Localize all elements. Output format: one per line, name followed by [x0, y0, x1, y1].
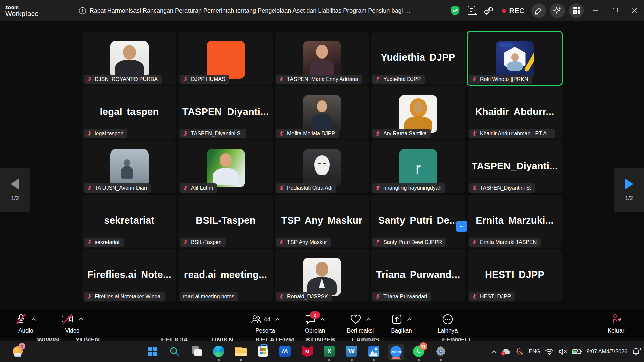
participant-name: Triana Purwandari — [383, 294, 427, 300]
security-shield-icon[interactable] — [447, 3, 464, 18]
participants-caret[interactable] — [275, 318, 280, 321]
participant-name: DJPP HUMAS — [191, 76, 225, 82]
participant-tile[interactable]: HESTI DJPPHESTI DJPP — [468, 249, 562, 302]
participant-tile[interactable]: sekretariatsekretariat — [82, 195, 176, 248]
tray-overflow-caret[interactable] — [491, 350, 497, 354]
gallery-prev-page-button[interactable]: 1/2 — [0, 168, 30, 212]
muted-mic-icon — [87, 130, 92, 137]
video-options-caret[interactable] — [78, 318, 84, 321]
participant-display-name: BSIL-Taspen — [180, 215, 271, 226]
participant-name: Fireflies.ai Notetaker Winda — [95, 294, 161, 300]
participant-name: DJSN_ROYANTO PURBA — [95, 76, 158, 82]
minimize-button[interactable] — [586, 0, 605, 21]
settings-icon[interactable] — [433, 344, 448, 359]
share-caret[interactable] — [407, 318, 412, 321]
video-gallery: DJSN_ROYANTO PURBADJPP HUMASTASPEN_Maria… — [0, 21, 644, 341]
participant-tile[interactable]: Melita Meliala DJPP — [275, 86, 369, 139]
tile-more-options-button[interactable]: ... — [456, 221, 467, 232]
system-tray: × ENG 9:07 AM 4/7/2026 z — [491, 341, 644, 362]
participant-tile[interactable]: Santy Putri De...Santy Putri Dewi DJPPR — [371, 195, 465, 248]
participant-name-pill: sekretariat — [84, 238, 124, 247]
participant-name: Ernita Marzuki TASPEN — [480, 239, 537, 245]
reactions-caret[interactable] — [366, 318, 371, 321]
audio-button[interactable]: Audio — [15, 312, 36, 334]
participant-display-name: Ernita Marzuki... — [470, 215, 560, 226]
widgets-badge: 1 — [19, 343, 25, 350]
word-icon[interactable]: W — [344, 344, 359, 359]
participant-name-pill: Santy Putri Dewi DJPPR — [372, 238, 446, 247]
participant-tile[interactable]: rrinangling hayuningdyah — [371, 140, 465, 193]
language-indicator[interactable]: ENG — [529, 349, 540, 355]
participant-tile[interactable]: Ary Ratna Santika — [371, 86, 465, 139]
participant-tile[interactable]: DJSN_ROYANTO PURBA — [82, 32, 176, 85]
chat-caret[interactable] — [320, 318, 325, 321]
participant-tile[interactable]: Ronald_DJSPSK — [275, 249, 369, 302]
participant-tile[interactable]: BSIL-TaspenBSIL-Taspen — [178, 195, 273, 248]
excel-logo: X — [324, 346, 335, 357]
whatsapp-icon[interactable]: 11 — [411, 344, 426, 359]
participant-tile[interactable]: TASPEN_Diyanti...TASPEN_Diyantini S. — [468, 140, 562, 193]
recording-indicator[interactable]: REC — [502, 7, 525, 15]
search-button[interactable] — [167, 344, 182, 359]
edge-icon — [213, 346, 224, 357]
meeting-title: Rapat Harmonisasi Rancangan Peraturan Pe… — [90, 7, 411, 14]
audio-options-caret[interactable] — [31, 318, 36, 321]
photos-logo — [368, 346, 379, 357]
annotate-button[interactable] — [531, 3, 546, 18]
participant-tile[interactable]: TA DJSN_Averin Dian — [82, 140, 176, 193]
participant-tile[interactable]: Ernita Marzuki...Ernita Marzuki TASPEN — [468, 195, 562, 248]
leave-button[interactable]: Keluar — [608, 312, 624, 334]
participant-tile[interactable]: DJPP HUMAS — [178, 32, 273, 85]
transcript-icon[interactable] — [464, 3, 480, 18]
participant-tile[interactable]: Roki Winoto ||PRKN — [467, 31, 563, 86]
muted-mic-icon — [87, 76, 92, 82]
file-explorer-icon[interactable] — [233, 344, 249, 359]
close-button[interactable] — [625, 0, 644, 21]
onedrive-error-icon[interactable]: × — [502, 349, 511, 355]
zoom-app-icon-active[interactable]: zoom — [388, 344, 404, 360]
info-icon[interactable] — [79, 7, 86, 14]
participant-tile[interactable]: TSP Any MaskurTSP Any Maskur — [275, 195, 369, 248]
participant-tile[interactable]: Triana Purwand...Triana Purwandari — [371, 249, 465, 302]
participant-tile[interactable]: Alif Luthfi — [178, 140, 273, 193]
microsoft-store-icon[interactable] — [255, 344, 271, 359]
participant-tile[interactable]: Yudiethia DJPPYudiethia DJPP — [371, 32, 465, 85]
excel-icon[interactable]: X — [322, 344, 337, 359]
whatsapp-badge: 11 — [419, 342, 427, 350]
edge-browser-icon[interactable] — [211, 344, 226, 359]
widgets-weather-icon[interactable]: 1 — [10, 344, 25, 359]
gallery-next-page-button[interactable]: 1/2 — [614, 168, 644, 212]
mcafee-icon[interactable]: M — [300, 344, 315, 359]
muted-mic-icon — [183, 185, 188, 191]
more-button[interactable]: Lainnya — [438, 312, 458, 334]
battery-charging-icon[interactable] — [572, 349, 582, 355]
wifi-icon[interactable] — [545, 348, 554, 355]
participant-tile[interactable]: Fireflies.ai Note...Fireflies.ai Notetak… — [82, 249, 176, 302]
participant-tile[interactable]: Khaidir Abdurr...Khaidir Abdurrahman - P… — [468, 86, 562, 139]
start-button[interactable] — [145, 344, 160, 359]
video-button[interactable]: Video — [61, 312, 84, 334]
clock[interactable]: 9:07 AM 4/7/2026 — [587, 348, 627, 355]
photos-icon[interactable] — [366, 344, 381, 359]
reactions-button[interactable]: Beri reaksi — [347, 312, 374, 334]
speaker-muted-icon[interactable] — [558, 348, 567, 355]
ai-companion-icon[interactable] — [480, 3, 497, 18]
notification-bell-icon[interactable]: z — [632, 347, 640, 356]
participant-name: TASPEN_Maria Enny Adriana — [287, 76, 358, 82]
participant-tile[interactable]: TASPEN_Diyanti...TASPEN_Diyantini S. — [178, 86, 273, 139]
task-view-button[interactable] — [189, 344, 204, 359]
participant-name-pill: Roki Winoto ||PRKN — [469, 75, 532, 84]
ai-sparkle-button[interactable] — [550, 3, 565, 18]
chat-button[interactable]: 2 Obrolan — [305, 312, 325, 334]
participant-tile[interactable]: Pudiastuti Citra Adi — [275, 140, 369, 193]
participant-tile[interactable]: TASPEN_Maria Enny Adriana — [275, 32, 369, 85]
restore-button[interactable] — [605, 0, 625, 21]
share-screen-button[interactable]: Bagikan — [391, 312, 412, 334]
participants-button[interactable]: 44 Peserta — [250, 312, 280, 334]
participant-tile[interactable]: legal taspenlegal taspen — [82, 86, 176, 139]
mic-in-use-icon[interactable] — [515, 347, 524, 356]
apps-grid-button[interactable] — [569, 3, 584, 18]
app-m-icon[interactable]: /A — [277, 344, 293, 359]
muted-mic-icon — [183, 76, 188, 82]
participant-tile[interactable]: read.ai meeting...read.ai meeting notes — [178, 249, 273, 302]
